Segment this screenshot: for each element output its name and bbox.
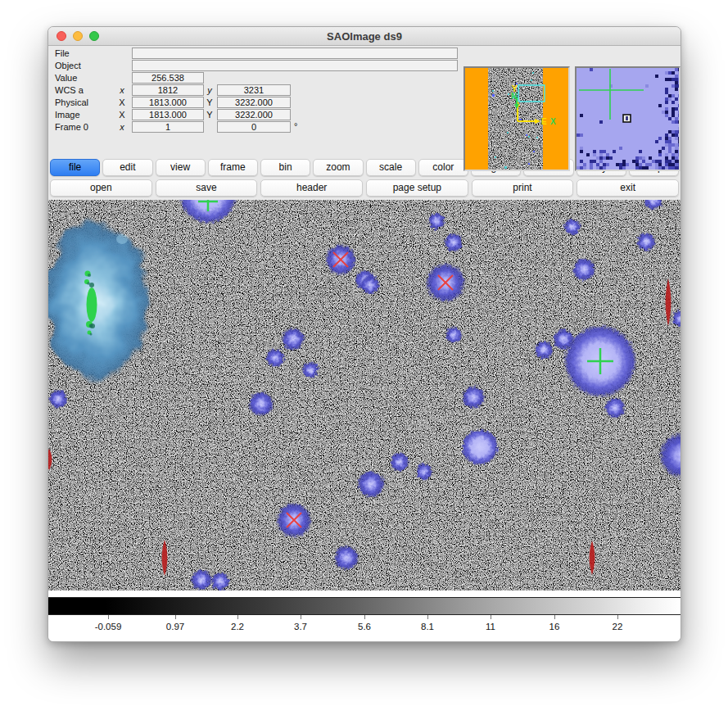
title-bar[interactable]: SAOImage ds9 <box>48 27 681 46</box>
header-button[interactable]: header <box>260 179 363 197</box>
menu-view[interactable]: view <box>156 159 206 176</box>
page-setup-button[interactable]: page setup <box>366 179 468 197</box>
physical-x-label: X <box>117 97 127 108</box>
degree-symbol: ° <box>294 120 297 132</box>
window-title: SAOImage ds9 <box>327 30 402 43</box>
colorbar-tick-label: 5.6 <box>358 622 371 631</box>
magnifier-cursor-icon <box>623 115 631 122</box>
colorbar-tick-label: 3.7 <box>294 622 307 631</box>
colorbar-tick <box>237 615 238 619</box>
physical-x-field[interactable]: 1813.000 <box>132 97 204 108</box>
colorbar-tick-label: 0.97 <box>166 622 184 631</box>
menu-file[interactable]: file <box>50 159 100 176</box>
colorbar-tick-label: -0.059 <box>95 622 122 631</box>
colorbar-tick-label: 16 <box>549 622 560 631</box>
image-x-field[interactable]: 1813.000 <box>132 109 204 120</box>
colorbar-tick <box>108 615 109 619</box>
sky-image <box>48 200 681 591</box>
image-y-field[interactable]: 3232.000 <box>217 109 291 120</box>
object-label: Object <box>55 60 81 71</box>
file-field[interactable] <box>132 48 458 59</box>
menu-edit[interactable]: edit <box>102 159 152 176</box>
colorbar-tick-label: 11 <box>486 622 495 631</box>
minimize-button[interactable] <box>73 31 83 41</box>
colorbar-tick <box>175 615 176 619</box>
save-button[interactable]: save <box>156 179 258 197</box>
panner-axis-x-label: X <box>550 117 556 126</box>
image-label: Image <box>55 109 80 120</box>
wcs-x-field[interactable]: 1812 <box>132 84 204 96</box>
info-panel: File Object Value 256.538 WCS a x 1812 y… <box>48 46 681 156</box>
open-button[interactable]: open <box>50 179 152 197</box>
menu-frame[interactable]: frame <box>208 159 258 176</box>
colorbar-gradient[interactable] <box>48 597 681 615</box>
colorbar-tick <box>364 615 365 619</box>
physical-y-field[interactable]: 3232.000 <box>217 97 291 108</box>
image-canvas[interactable] <box>48 200 681 591</box>
colorbar-tick-label: 8.1 <box>421 622 434 631</box>
panner-compass-e-label: E <box>541 117 547 126</box>
magnifier-panel[interactable] <box>575 66 681 171</box>
menu-bin[interactable]: bin <box>260 159 310 176</box>
menu-scale[interactable]: scale <box>366 159 416 176</box>
colorbar-labels: -0.059 0.97 2.2 3.7 5.6 8.1 11 16 22 <box>48 620 681 633</box>
frame-zoom-field[interactable]: 1 <box>132 121 204 133</box>
value-label: Value <box>55 72 77 84</box>
physical-label: Physical <box>55 97 88 108</box>
frame-label: Frame 0 <box>55 121 88 133</box>
physical-y-label: Y <box>205 97 215 108</box>
zoom-window-button[interactable] <box>89 31 99 41</box>
app-window: SAOImage ds9 File Object Value 256.538 W… <box>47 26 681 642</box>
wcs-x-label: x <box>117 84 127 96</box>
image-x-label: X <box>117 109 127 120</box>
info-row-file: File <box>48 48 681 59</box>
colorbar-tick <box>554 615 555 619</box>
colorbar-tick <box>301 615 301 619</box>
wcs-y-field[interactable]: 3231 <box>217 84 291 96</box>
magnifier-view <box>577 68 679 170</box>
panner-image-strip <box>488 68 543 170</box>
colorbar-tick-label: 22 <box>613 622 623 631</box>
panner-view: Y N E X <box>465 68 568 170</box>
value-field[interactable]: 256.538 <box>132 72 204 84</box>
wcs-y-label: y <box>205 84 215 96</box>
colorbar-tick <box>427 615 428 619</box>
frame-rotate-field[interactable]: 0 <box>217 121 291 133</box>
object-field[interactable] <box>132 60 458 71</box>
traffic-lights <box>57 31 99 41</box>
colorbar-tick <box>491 615 491 619</box>
exit-button[interactable]: exit <box>577 179 679 197</box>
menu-zoom[interactable]: zoom <box>313 159 363 176</box>
frame-x-label: x <box>117 121 127 133</box>
file-label: File <box>55 48 70 59</box>
wcs-label: WCS a <box>55 84 84 96</box>
image-y-label: Y <box>205 109 215 120</box>
action-bar: open save header page setup print exit <box>48 177 681 198</box>
saturated-galaxy <box>48 218 153 385</box>
print-button[interactable]: print <box>472 179 574 197</box>
colorbar-section: -0.059 0.97 2.2 3.7 5.6 8.1 11 16 22 <box>48 591 681 642</box>
close-button[interactable] <box>57 31 66 41</box>
menu-color[interactable]: color <box>418 159 468 176</box>
panner-compass-n-label: N <box>511 92 517 101</box>
colorbar-tick-label: 2.2 <box>231 622 244 631</box>
panner-panel[interactable]: Y N E X <box>463 66 570 171</box>
colorbar-tick <box>617 615 618 619</box>
